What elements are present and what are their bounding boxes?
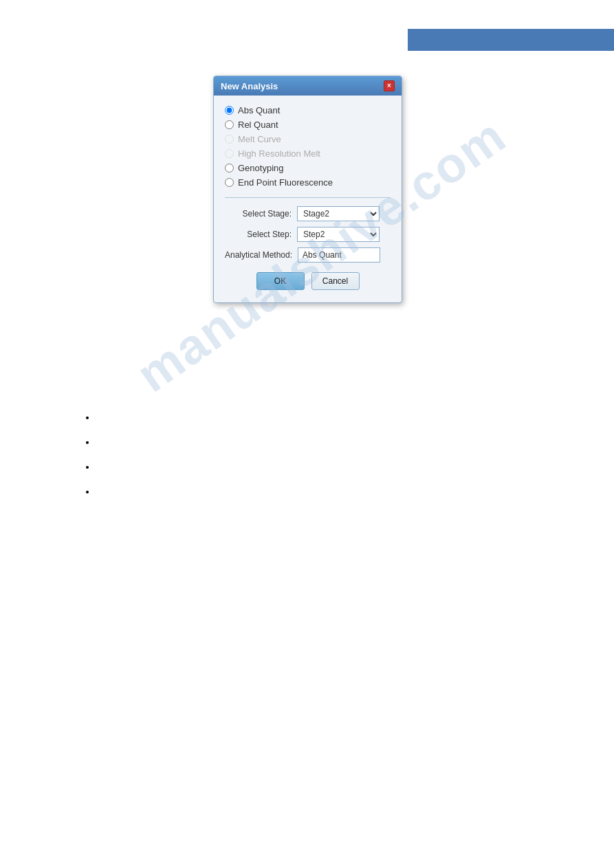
cancel-button[interactable]: Cancel [311,272,360,290]
radio-label-genotyping[interactable]: Genotyping [238,163,284,173]
radio-label-melt-curve: Melt Curve [238,134,281,144]
radio-item-abs-quant[interactable]: Abs Quant [225,105,391,115]
select-stage-dropdown[interactable]: Stage2 [297,206,380,221]
radio-item-endpoint-fluorescence[interactable]: End Point Fluorescence [225,177,391,188]
radio-genotyping[interactable] [225,164,234,173]
select-step-label: Select Step: [225,230,297,239]
radio-item-rel-quant[interactable]: Rel Quant [225,120,391,130]
new-analysis-dialog: New Analysis × Abs Quant Rel Quant Melt … [213,76,402,303]
analytical-method-label: Analytical Method: [225,250,298,260]
radio-item-melt-curve: Melt Curve [225,134,391,144]
radio-rel-quant[interactable] [225,120,234,129]
radio-melt-curve [225,135,234,144]
select-step-row: Select Step: Step2 [225,227,391,242]
bullet-list [83,412,96,511]
dialog-content: Abs Quant Rel Quant Melt Curve High Reso… [214,96,402,302]
dialog-title: New Analysis [221,81,278,91]
select-step-dropdown[interactable]: Step2 [297,227,380,242]
dialog-divider [225,197,391,198]
dialog-close-button[interactable]: × [384,80,395,91]
dialog-titlebar: New Analysis × [214,76,402,96]
radio-item-high-res-melt: High Resolution Melt [225,148,391,159]
radio-label-rel-quant[interactable]: Rel Quant [238,120,278,130]
dialog-overlay: New Analysis × Abs Quant Rel Quant Melt … [213,76,406,313]
radio-label-abs-quant[interactable]: Abs Quant [238,105,280,115]
select-stage-row: Select Stage: Stage2 [225,206,391,221]
analysis-type-radio-group: Abs Quant Rel Quant Melt Curve High Reso… [225,105,391,188]
analytical-method-row: Analytical Method: [225,247,391,263]
radio-high-res-melt [225,149,234,158]
analytical-method-input[interactable] [298,247,380,263]
radio-abs-quant[interactable] [225,106,234,115]
top-bar [408,29,614,51]
radio-label-endpoint-fluorescence[interactable]: End Point Fluorescence [238,177,333,188]
radio-label-high-res-melt: High Resolution Melt [238,148,320,159]
select-stage-label: Select Stage: [225,209,297,219]
dialog-buttons: OK Cancel [225,272,391,293]
radio-endpoint-fluorescence[interactable] [225,178,234,187]
radio-item-genotyping[interactable]: Genotyping [225,163,391,173]
ok-button[interactable]: OK [256,272,305,290]
